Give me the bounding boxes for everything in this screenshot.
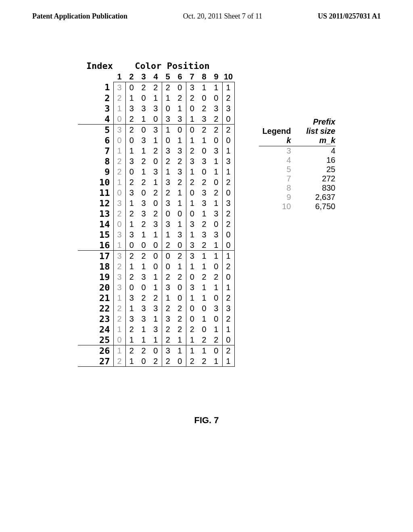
page-header: Patent Application Publication Oct. 20, … [0, 0, 413, 29]
legend-spacer [259, 117, 291, 127]
col-header: 3 [138, 72, 150, 82]
index-cell: 27 [78, 356, 114, 367]
data-cell: 2 [162, 82, 174, 93]
data-cell: 1 [113, 324, 125, 335]
mk-label: m_k [299, 136, 336, 145]
legend-mk: 16 [299, 156, 336, 165]
data-cell: 0 [210, 261, 222, 272]
legend-mk: 6,750 [299, 202, 336, 211]
legend-header-row1: Prefix [259, 117, 336, 127]
table-row: 261220311102 [78, 345, 235, 356]
data-cell: 3 [174, 145, 186, 156]
data-cell: 2 [210, 187, 222, 198]
data-cell: 3 [150, 324, 162, 335]
data-cell: 3 [186, 82, 198, 93]
data-cell: 2 [113, 356, 125, 367]
data-cell: 2 [113, 208, 125, 219]
index-cell: 19 [78, 272, 114, 282]
data-cell: 0 [113, 187, 125, 198]
data-cell: 1 [174, 198, 186, 208]
data-cell: 2 [174, 156, 186, 166]
data-cell: 2 [125, 345, 138, 356]
data-cell: 0 [174, 282, 186, 293]
data-cell: 0 [174, 82, 186, 93]
data-cell: 0 [198, 93, 210, 103]
table-row: 153311131330 [78, 229, 235, 240]
data-cell: 2 [174, 177, 186, 187]
data-cell: 2 [198, 356, 210, 367]
data-cell: 2 [150, 356, 162, 367]
data-cell: 0 [186, 314, 198, 324]
index-cell: 15 [78, 229, 114, 240]
legend-k: 5 [259, 165, 291, 174]
data-cell: 2 [162, 324, 174, 335]
data-cell: 0 [150, 261, 162, 272]
data-cell: 1 [150, 335, 162, 345]
data-cell: 2 [138, 345, 150, 356]
table-row: 40210331320 [78, 114, 235, 125]
data-cell: 3 [162, 219, 174, 229]
data-cell: 2 [138, 251, 150, 262]
data-cell: 3 [113, 251, 125, 262]
data-cell: 1 [162, 125, 174, 135]
data-cell: 1 [138, 229, 150, 240]
data-cell: 3 [162, 345, 174, 356]
data-cell: 1 [210, 166, 222, 177]
data-cell: 1 [186, 345, 198, 356]
data-cell: 1 [113, 103, 125, 114]
data-cell: 0 [222, 114, 234, 125]
data-cell: 0 [186, 303, 198, 314]
table-row: 110302210320 [78, 187, 235, 198]
data-cell: 1 [138, 166, 150, 177]
data-cell: 2 [125, 251, 138, 262]
table-row: 193231220220 [78, 272, 235, 282]
table-row: 161000203210 [78, 240, 235, 251]
data-cell: 0 [198, 166, 210, 177]
data-cell: 2 [162, 156, 174, 166]
table-row: 123130311313 [78, 198, 235, 208]
data-cell: 2 [174, 303, 186, 314]
data-cell: 2 [222, 314, 234, 324]
data-cell: 2 [125, 272, 138, 282]
data-cell: 0 [174, 240, 186, 251]
data-cell: 0 [210, 293, 222, 303]
data-cell: 2 [113, 166, 125, 177]
data-cell: 3 [186, 251, 198, 262]
data-cell: 3 [162, 114, 174, 125]
data-cell: 3 [210, 303, 222, 314]
data-cell: 0 [138, 125, 150, 135]
data-cell: 2 [174, 93, 186, 103]
data-cell: 1 [174, 219, 186, 229]
table-row: 140123313202 [78, 219, 235, 229]
data-cell: 3 [162, 198, 174, 208]
data-cell: 0 [150, 240, 162, 251]
prefix-label: Prefix [299, 117, 336, 127]
data-cell: 3 [150, 166, 162, 177]
data-cell: 1 [150, 93, 162, 103]
data-cell: 1 [162, 93, 174, 103]
data-cell: 0 [198, 324, 210, 335]
data-cell: 3 [222, 156, 234, 166]
data-cell: 3 [138, 303, 150, 314]
index-cell: 21 [78, 293, 114, 303]
data-cell: 3 [125, 187, 138, 198]
data-cell: 2 [162, 356, 174, 367]
data-cell: 1 [210, 324, 222, 335]
legend-k: 8 [259, 183, 291, 193]
data-cell: 3 [138, 208, 150, 219]
data-cell: 2 [186, 177, 198, 187]
legend-row: 416 [259, 156, 336, 165]
table-title-row: Index Color Position [83, 61, 229, 71]
data-cell: 3 [222, 303, 234, 314]
data-cell: 3 [162, 314, 174, 324]
data-cell: 2 [138, 82, 150, 93]
data-cell: 0 [150, 251, 162, 262]
data-cell: 3 [113, 272, 125, 282]
data-cell: 1 [198, 208, 210, 219]
data-cell: 1 [198, 314, 210, 324]
data-cell: 2 [198, 240, 210, 251]
data-cell: 3 [138, 103, 150, 114]
col-header: 6 [174, 72, 186, 82]
data-cell: 1 [198, 345, 210, 356]
data-cell: 2 [186, 324, 198, 335]
